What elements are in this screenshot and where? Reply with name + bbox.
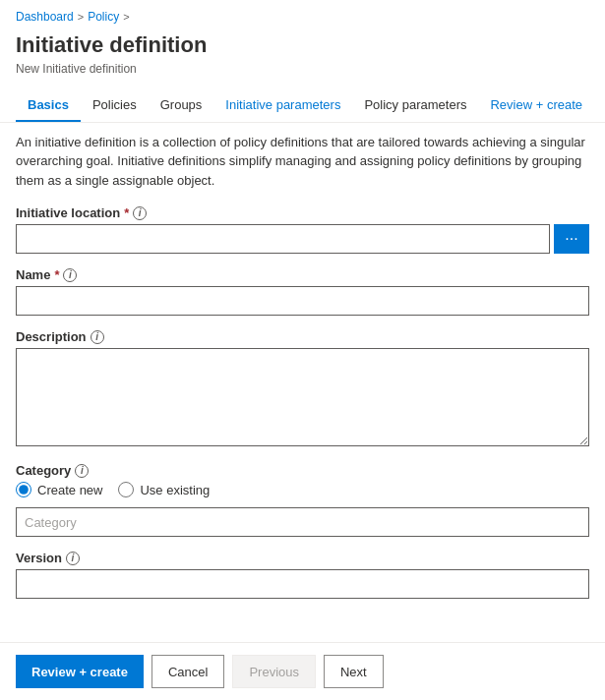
page-description: An initiative definition is a collection… <box>16 133 589 191</box>
tab-initiative-parameters[interactable]: Initiative parameters <box>213 89 352 122</box>
tab-policy-parameters[interactable]: Policy parameters <box>352 89 478 122</box>
version-label: Version i <box>16 551 589 565</box>
tab-policies[interactable]: Policies <box>81 89 149 122</box>
previous-button: Previous <box>232 655 316 688</box>
tab-groups[interactable]: Groups <box>149 89 214 122</box>
breadcrumb-policy[interactable]: Policy <box>88 10 119 24</box>
initiative-location-info-icon[interactable]: i <box>133 206 147 220</box>
version-input[interactable] <box>16 569 589 599</box>
review-create-button[interactable]: Review + create <box>16 655 144 688</box>
radio-use-existing-label: Use existing <box>140 483 210 497</box>
name-input[interactable] <box>16 286 589 316</box>
footer: Review + create Cancel Previous Next <box>0 642 605 700</box>
description-textarea[interactable] <box>16 348 589 446</box>
page-title: Initiative definition <box>16 31 589 60</box>
initiative-location-input-row: ··· <box>16 224 589 254</box>
breadcrumb: Dashboard > Policy > <box>0 0 605 28</box>
page-subtitle: New Initiative definition <box>16 62 589 76</box>
radio-create-new-input[interactable] <box>16 482 31 497</box>
initiative-location-label: Initiative location * i <box>16 205 589 220</box>
version-field: Version i <box>16 551 589 599</box>
tab-review-create[interactable]: Review + create <box>478 89 594 122</box>
name-required-star: * <box>54 267 59 282</box>
page-header: Initiative definition New Initiative def… <box>0 28 605 78</box>
initiative-location-field: Initiative location * i ··· <box>16 205 589 254</box>
description-info-icon[interactable]: i <box>91 330 104 344</box>
name-field: Name * i <box>16 267 589 316</box>
radio-use-existing-input[interactable] <box>118 482 134 497</box>
form-section: Initiative location * i ··· Name * i Des… <box>0 205 605 599</box>
category-label: Category i <box>16 463 589 478</box>
version-info-icon[interactable]: i <box>66 552 80 565</box>
radio-use-existing[interactable]: Use existing <box>118 482 210 497</box>
browse-button[interactable]: ··· <box>554 224 589 254</box>
radio-create-new[interactable]: Create new <box>16 482 102 497</box>
name-info-icon[interactable]: i <box>63 268 77 282</box>
description-field: Description i <box>16 329 589 449</box>
breadcrumb-sep-2: > <box>123 11 129 23</box>
radio-create-new-label: Create new <box>37 483 102 497</box>
cancel-button[interactable]: Cancel <box>151 655 224 688</box>
required-star: * <box>124 205 129 220</box>
tab-basics[interactable]: Basics <box>16 89 81 122</box>
breadcrumb-dashboard[interactable]: Dashboard <box>16 10 74 24</box>
category-input[interactable] <box>16 507 589 537</box>
initiative-location-input[interactable] <box>16 224 550 254</box>
tabs-container: Basics Policies Groups Initiative parame… <box>0 89 605 123</box>
category-radio-group: Create new Use existing <box>16 482 589 497</box>
breadcrumb-sep-1: > <box>78 11 84 23</box>
category-info-icon[interactable]: i <box>75 464 89 478</box>
description-label: Description i <box>16 329 589 344</box>
name-label: Name * i <box>16 267 589 282</box>
category-field: Category i Create new Use existing <box>16 463 589 537</box>
next-button[interactable]: Next <box>324 655 384 688</box>
